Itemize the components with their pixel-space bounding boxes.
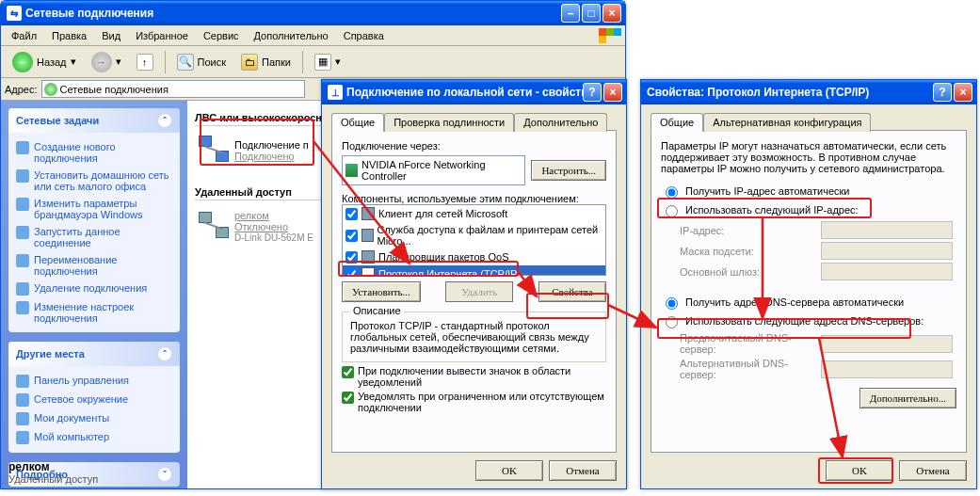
component-checkbox[interactable] <box>345 230 358 242</box>
properties-button[interactable]: Свойства <box>538 281 606 302</box>
pref-dns-input[interactable] <box>821 335 953 353</box>
manual-ip-radio[interactable] <box>666 205 678 217</box>
tab-auth[interactable]: Проверка подлинности <box>384 113 514 132</box>
ok-button[interactable]: OK <box>826 460 893 481</box>
delete-connection-link[interactable]: Удаление подключения <box>16 280 172 298</box>
my-documents-link[interactable]: Мои документы <box>16 409 172 428</box>
my-computer-link[interactable]: Мой компьютер <box>16 428 172 447</box>
menu-edit[interactable]: Правка <box>45 28 93 43</box>
back-label: Назад <box>37 56 67 68</box>
auto-ip-radio[interactable] <box>666 186 678 199</box>
maximize-button[interactable]: □ <box>582 4 601 23</box>
auto-dns-radio-row[interactable]: Получить адрес DNS-сервера автоматически <box>661 295 956 310</box>
help-button[interactable]: ? <box>933 83 952 102</box>
menu-view[interactable]: Вид <box>95 28 127 43</box>
limited-warn-checkbox-row[interactable]: Уведомлять при ограниченном или отсутств… <box>342 391 606 413</box>
up-button[interactable]: ↑ <box>131 50 159 74</box>
titlebar[interactable]: Свойства: Протокол Интернета (TCP/IP) ? … <box>641 80 976 104</box>
components-label: Компоненты, используемые этим подключени… <box>342 193 606 204</box>
ok-button[interactable]: OK <box>475 460 543 481</box>
chevron-up-icon[interactable]: ˆ <box>157 346 172 361</box>
minimize-button[interactable]: – <box>561 4 580 23</box>
start-connection-link[interactable]: Запустить данное соединение <box>16 223 172 251</box>
cancel-button[interactable]: Отмена <box>899 460 967 481</box>
link-icon <box>16 254 29 267</box>
alt-dns-input[interactable] <box>821 360 953 378</box>
folders-button[interactable]: 🗀 Папки <box>235 50 297 74</box>
network-places-link[interactable]: Сетевое окружение <box>16 391 172 409</box>
manual-dns-radio-row[interactable]: Использовать следующие адреса DNS-сервер… <box>661 313 956 328</box>
close-button[interactable]: × <box>954 83 972 102</box>
tab-general[interactable]: Общие <box>651 113 703 132</box>
menu-tools[interactable]: Сервис <box>197 28 246 43</box>
auto-ip-radio-row[interactable]: Получить IP-адрес автоматически <box>661 184 956 199</box>
list-item[interactable]: Планировщик пакетов QoS <box>343 248 605 265</box>
warn-checkbox[interactable] <box>342 392 354 404</box>
task-box-title: Другие места <box>16 348 85 360</box>
gateway-input[interactable] <box>821 263 953 280</box>
ip-address-row: IP-адрес: <box>661 221 956 239</box>
link-icon <box>16 412 29 425</box>
alt-dns-label: Альтернативный DNS-сервер: <box>680 358 821 380</box>
link-icon <box>16 282 29 296</box>
component-icon <box>361 250 375 264</box>
list-item[interactable]: Служба доступа к файлам и принтерам сете… <box>343 222 605 248</box>
tab-general[interactable]: Общие <box>331 113 384 132</box>
auto-dns-radio[interactable] <box>666 297 678 310</box>
link-label: Панель управления <box>34 375 129 386</box>
advanced-button[interactable]: Дополнительно... <box>860 388 956 408</box>
remove-button[interactable]: Удалить <box>445 281 513 302</box>
tab-alt-config[interactable]: Альтернативная конфигурация <box>703 113 871 132</box>
network-tasks-box: Сетевые задачи ˆ Создание нового подключ… <box>8 108 180 332</box>
setup-network-link[interactable]: Установить домашнюю сеть или сеть малого… <box>16 167 172 195</box>
cancel-button[interactable]: Отмена <box>549 460 617 481</box>
help-button[interactable]: ? <box>583 83 602 102</box>
task-box-header[interactable]: Другие места ˆ <box>8 342 180 366</box>
task-box-header[interactable]: Сетевые задачи ˆ <box>8 108 180 133</box>
forward-button[interactable]: → ▾ <box>86 48 127 76</box>
menubar: Файл Правка Вид Избранное Сервис Дополни… <box>1 25 625 46</box>
titlebar[interactable]: ⇆ Сетевые подключения – □ × <box>1 1 625 25</box>
change-settings-link[interactable]: Изменение настроек подключения <box>16 298 172 327</box>
toolbar: ← Назад ▾ → ▾ ↑ 🔍 Поиск 🗀 Папки ▦ ▾ <box>1 46 625 78</box>
link-label: Сетевое окружение <box>34 393 128 405</box>
views-button[interactable]: ▦ ▾ <box>309 50 346 74</box>
forward-icon: → <box>91 52 112 72</box>
tab-advanced[interactable]: Дополнительно <box>514 113 607 132</box>
list-item-tcpip[interactable]: Протокол Интернета (TCP/IP) <box>343 265 605 276</box>
rename-connection-link[interactable]: Переименование подключения <box>16 251 172 280</box>
component-checkbox[interactable] <box>345 208 358 220</box>
manual-dns-radio[interactable] <box>666 316 678 328</box>
component-checkbox[interactable] <box>345 268 358 277</box>
link-label: Изменить параметры брандмауэра Windows <box>34 198 172 220</box>
search-button[interactable]: 🔍 Поиск <box>171 50 232 74</box>
address-field[interactable]: Сетевые подключения <box>41 80 305 98</box>
create-connection-link[interactable]: Создание нового подключения <box>16 138 172 167</box>
chevron-up-icon[interactable]: ˆ <box>157 113 172 128</box>
control-panel-link[interactable]: Панель управления <box>16 372 172 391</box>
link-icon <box>16 141 29 154</box>
install-button[interactable]: Установить... <box>342 281 421 302</box>
menu-help[interactable]: Справка <box>337 28 391 43</box>
components-listbox[interactable]: Клиент для сетей Microsoft Служба доступ… <box>342 204 606 276</box>
list-item[interactable]: Клиент для сетей Microsoft <box>343 205 605 222</box>
menu-advanced[interactable]: Дополнительно <box>248 28 335 43</box>
tray-checkbox[interactable] <box>342 366 354 378</box>
tray-icon-checkbox-row[interactable]: При подключении вывести значок в области… <box>342 365 606 388</box>
up-icon: ↑ <box>137 54 153 71</box>
close-button[interactable]: × <box>603 83 622 102</box>
menu-file[interactable]: Файл <box>5 28 43 43</box>
close-button[interactable]: × <box>602 4 621 23</box>
menu-favorites[interactable]: Избранное <box>129 28 195 43</box>
link-label: Создание нового подключения <box>34 141 172 164</box>
ip-address-input[interactable] <box>821 221 953 239</box>
back-button[interactable]: ← Назад ▾ <box>7 48 82 76</box>
manual-ip-radio-row[interactable]: Использовать следующий IP-адрес: <box>661 202 956 217</box>
mask-input[interactable] <box>821 242 953 260</box>
titlebar[interactable]: ⊥ Подключение по локальной сети - свойст… <box>322 80 626 104</box>
configure-button[interactable]: Настроить... <box>531 160 606 181</box>
component-checkbox[interactable] <box>345 251 358 264</box>
firewall-link[interactable]: Изменить параметры брандмауэра Windows <box>16 195 172 223</box>
chevron-down-icon[interactable]: ˇ <box>157 467 172 482</box>
search-label: Поиск <box>198 56 226 68</box>
